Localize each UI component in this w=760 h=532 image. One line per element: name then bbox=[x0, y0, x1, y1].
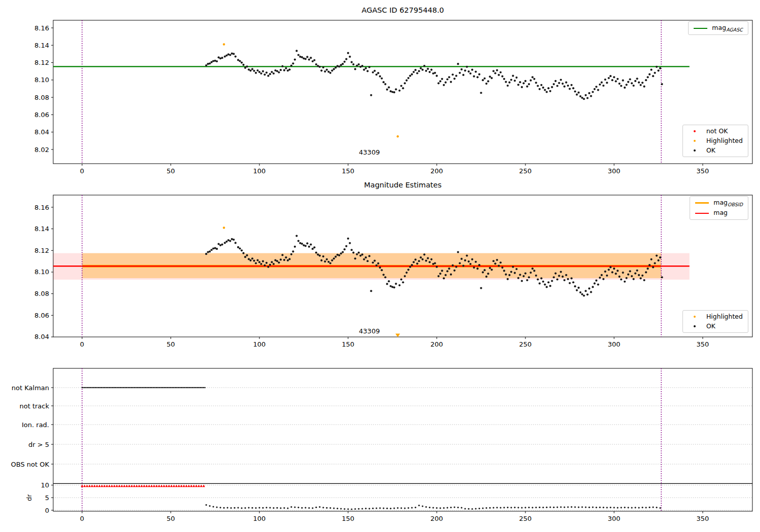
data-point bbox=[554, 272, 556, 274]
dr-point bbox=[248, 507, 249, 508]
data-point bbox=[549, 90, 551, 92]
data-point bbox=[611, 271, 613, 273]
data-point bbox=[405, 272, 407, 274]
data-point bbox=[505, 81, 507, 83]
data-point bbox=[647, 268, 649, 270]
data-point bbox=[312, 248, 314, 250]
data-point bbox=[450, 81, 452, 83]
data-point bbox=[229, 240, 231, 242]
flag-point bbox=[178, 387, 180, 389]
data-point bbox=[205, 253, 207, 255]
data-point bbox=[256, 69, 258, 71]
data-point bbox=[315, 63, 317, 65]
data-point bbox=[423, 65, 425, 67]
dr-point bbox=[567, 506, 568, 508]
x-tick-label: 150 bbox=[342, 167, 355, 175]
flag-point bbox=[137, 387, 139, 389]
data-point bbox=[320, 69, 322, 71]
x-tick-label: 200 bbox=[431, 167, 443, 175]
dr-clipped-marker-icon bbox=[148, 485, 150, 487]
data-point bbox=[393, 91, 395, 93]
dr-point bbox=[390, 508, 391, 509]
flag-point bbox=[197, 387, 199, 389]
flag-point bbox=[135, 387, 136, 389]
data-point bbox=[383, 274, 385, 276]
dr-clipped-marker-icon bbox=[150, 485, 153, 487]
flag-point bbox=[87, 387, 88, 389]
data-point bbox=[558, 82, 560, 84]
flag-point bbox=[184, 387, 186, 389]
flag-point bbox=[101, 387, 103, 389]
flag-point bbox=[136, 387, 138, 389]
data-point bbox=[294, 246, 296, 248]
data-point bbox=[480, 92, 482, 94]
flag-point bbox=[130, 387, 131, 389]
dr-clipped-marker-icon bbox=[173, 485, 175, 487]
flag-point bbox=[96, 387, 98, 389]
data-point bbox=[329, 262, 331, 264]
data-point bbox=[600, 82, 602, 84]
dr-axis-label: dr bbox=[26, 494, 33, 501]
highlighted-point bbox=[223, 43, 225, 45]
flag-point bbox=[202, 387, 203, 389]
data-point bbox=[561, 83, 563, 85]
data-point bbox=[462, 265, 464, 267]
flag-point bbox=[98, 387, 99, 389]
data-point bbox=[448, 268, 450, 270]
dr-point bbox=[326, 507, 327, 509]
dr-point bbox=[230, 507, 232, 509]
data-point bbox=[237, 59, 239, 61]
data-point bbox=[444, 82, 446, 84]
data-point bbox=[602, 85, 604, 87]
dr-point bbox=[610, 507, 611, 508]
flag-point bbox=[129, 387, 130, 389]
dr-point bbox=[375, 507, 377, 509]
data-point bbox=[473, 75, 475, 78]
data-point bbox=[568, 282, 571, 284]
flag-point bbox=[196, 387, 197, 389]
dr-point bbox=[560, 506, 561, 508]
data-point bbox=[641, 275, 643, 277]
dr-point bbox=[414, 507, 416, 508]
data-point bbox=[514, 272, 516, 274]
data-point bbox=[317, 253, 319, 255]
data-point bbox=[604, 271, 606, 273]
data-point bbox=[607, 269, 610, 271]
dr-point bbox=[269, 507, 271, 508]
data-point bbox=[444, 274, 446, 276]
data-point bbox=[451, 73, 453, 75]
category-label: Ion. rad. bbox=[22, 421, 49, 429]
data-point bbox=[526, 279, 528, 281]
dr-point bbox=[333, 507, 334, 509]
data-point bbox=[373, 259, 375, 261]
data-point bbox=[533, 78, 535, 80]
data-point bbox=[439, 80, 441, 82]
data-point bbox=[624, 87, 626, 89]
data-point bbox=[572, 281, 574, 283]
data-point bbox=[595, 280, 597, 282]
dr-point bbox=[418, 505, 420, 506]
data-point bbox=[217, 56, 219, 58]
data-point bbox=[368, 66, 370, 68]
data-point bbox=[546, 91, 548, 93]
data-point bbox=[489, 267, 491, 269]
data-point bbox=[500, 71, 502, 73]
legend-label: mag bbox=[713, 209, 728, 217]
data-point bbox=[654, 262, 656, 264]
data-point bbox=[407, 77, 409, 79]
data-point bbox=[590, 95, 592, 97]
dr-point bbox=[255, 507, 256, 509]
data-point bbox=[613, 76, 615, 78]
data-point bbox=[326, 258, 328, 260]
green-line-swatch-icon bbox=[694, 28, 707, 29]
flag-point bbox=[162, 387, 164, 389]
legend-middle-markers: Highlighted OK bbox=[682, 310, 748, 333]
data-point bbox=[606, 82, 608, 84]
flag-point bbox=[183, 387, 185, 389]
data-point bbox=[358, 251, 360, 253]
data-point bbox=[507, 278, 509, 280]
data-point bbox=[459, 262, 461, 264]
data-point bbox=[225, 241, 227, 243]
data-point bbox=[216, 248, 218, 250]
dr-point bbox=[478, 508, 480, 509]
